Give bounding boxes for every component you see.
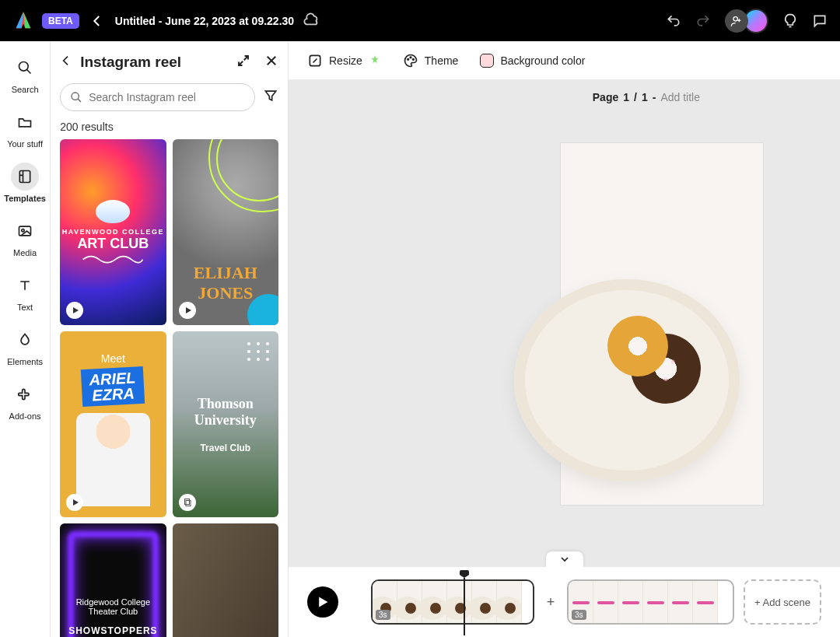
svg-point-13 bbox=[408, 58, 409, 60]
nav-label: Add-ons bbox=[9, 411, 41, 421]
template-card[interactable] bbox=[173, 523, 278, 637]
text-icon bbox=[17, 278, 33, 293]
add-title-input[interactable]: Add title bbox=[660, 91, 700, 103]
nav-label: Media bbox=[13, 248, 37, 257]
back-button[interactable] bbox=[90, 14, 104, 28]
scene-duration: 3s bbox=[572, 610, 586, 620]
template-text: EZRA bbox=[89, 385, 137, 403]
nav-label: Search bbox=[12, 85, 39, 94]
panel-title: Instagram reel bbox=[80, 54, 229, 71]
template-text: University bbox=[194, 412, 257, 429]
template-text: Thomson bbox=[198, 396, 254, 412]
template-card[interactable]: Thomson University Travel Club bbox=[173, 331, 278, 517]
template-card[interactable]: ELIJAH JONES bbox=[173, 139, 278, 325]
canvas-area: Resize Theme Background color Page 1 / 1… bbox=[289, 41, 840, 637]
svg-point-14 bbox=[410, 57, 411, 58]
panel-back-button[interactable] bbox=[60, 54, 72, 70]
svg-rect-4 bbox=[19, 226, 31, 236]
svg-point-5 bbox=[22, 229, 24, 232]
nav-label: Text bbox=[17, 303, 33, 312]
results-count: 200 results bbox=[60, 121, 278, 133]
panel-expand-button[interactable] bbox=[236, 54, 250, 71]
nav-label: Templates bbox=[4, 194, 46, 203]
tool-label: Resize bbox=[329, 54, 362, 67]
media-icon bbox=[17, 223, 33, 239]
canvas-stage[interactable]: Page 1 / 1 - Add title bbox=[289, 80, 840, 567]
search-icon bbox=[17, 60, 33, 75]
svg-point-15 bbox=[412, 58, 414, 60]
search-icon bbox=[70, 91, 82, 103]
nav-templates[interactable]: Templates bbox=[2, 163, 48, 203]
nav-media[interactable]: Media bbox=[2, 217, 48, 257]
page-prefix: Page bbox=[593, 91, 618, 103]
timeline-scene[interactable]: 3s bbox=[371, 579, 534, 625]
resize-button[interactable]: Resize bbox=[307, 53, 381, 68]
template-text: SHOWSTOPPERS bbox=[68, 625, 157, 636]
nav-elements[interactable]: Elements bbox=[2, 326, 48, 366]
svg-point-8 bbox=[72, 93, 79, 100]
svg-line-9 bbox=[78, 99, 81, 102]
nav-addons[interactable]: Add-ons bbox=[2, 380, 48, 421]
add-between-button[interactable]: + bbox=[544, 594, 558, 611]
template-text: HAVENWOOD COLLEGE bbox=[62, 228, 164, 236]
redo-button[interactable] bbox=[695, 13, 711, 29]
play-icon bbox=[317, 596, 329, 608]
elements-icon bbox=[17, 332, 33, 348]
play-icon bbox=[66, 302, 83, 319]
nav-your-stuff[interactable]: Your stuff bbox=[2, 108, 48, 149]
undo-button[interactable] bbox=[666, 13, 681, 29]
beta-badge: BETA bbox=[42, 13, 79, 29]
svg-rect-11 bbox=[186, 501, 191, 506]
add-scene-button[interactable]: + Add scene bbox=[744, 579, 821, 625]
page-total: 1 bbox=[642, 91, 648, 103]
template-text: Theater Club bbox=[89, 607, 138, 616]
templates-panel: Instagram reel 200 results HAVENWOOD COL… bbox=[51, 41, 289, 637]
timeline-scene[interactable]: 3s bbox=[567, 579, 734, 625]
template-card[interactable]: HAVENWOOD COLLEGE ART CLUB bbox=[60, 139, 166, 325]
premium-icon bbox=[369, 54, 381, 67]
svg-line-2 bbox=[27, 70, 31, 74]
template-search[interactable] bbox=[60, 83, 255, 111]
share-users[interactable] bbox=[725, 9, 768, 33]
play-button[interactable] bbox=[307, 586, 338, 618]
timeline-collapse-button[interactable] bbox=[546, 551, 583, 567]
nav-text[interactable]: Text bbox=[2, 271, 48, 312]
template-text: ART CLUB bbox=[77, 236, 149, 252]
cloud-sync-icon[interactable] bbox=[303, 11, 320, 31]
comment-icon[interactable] bbox=[812, 13, 828, 29]
template-text: JONES bbox=[198, 283, 253, 303]
app-logo-icon bbox=[12, 10, 34, 32]
template-text: Ridgewood College bbox=[76, 597, 150, 607]
invite-user-icon[interactable] bbox=[725, 9, 748, 33]
template-text: Meet bbox=[101, 352, 125, 365]
search-input[interactable] bbox=[89, 91, 245, 103]
nav-label: Your stuff bbox=[7, 139, 43, 149]
add-scene-label: + Add scene bbox=[754, 597, 810, 608]
templates-grid[interactable]: HAVENWOOD COLLEGE ART CLUB ELIJAH JONES … bbox=[60, 139, 278, 637]
document-title[interactable]: Untitled - June 22, 2023 at 09.22.30 bbox=[115, 15, 294, 27]
panel-close-button[interactable] bbox=[264, 52, 278, 72]
canvas-toolbar: Resize Theme Background color bbox=[289, 41, 840, 80]
filter-button[interactable] bbox=[263, 88, 278, 107]
top-header: BETA Untitled - June 22, 2023 at 09.22.3… bbox=[0, 0, 840, 41]
play-icon bbox=[66, 494, 83, 511]
svg-point-1 bbox=[19, 62, 29, 72]
tool-label: Background color bbox=[500, 54, 585, 67]
theme-button[interactable]: Theme bbox=[403, 53, 459, 68]
page-label: Page 1 / 1 - Add title bbox=[593, 91, 700, 103]
canvas-image-plate bbox=[514, 279, 740, 481]
template-card[interactable]: Ridgewood College Theater Club SHOWSTOPP… bbox=[60, 523, 166, 637]
template-card[interactable]: Meet ARIEL EZRA bbox=[60, 331, 166, 517]
templates-icon bbox=[17, 169, 33, 184]
timeline: 3s + 3s + Add scene bbox=[289, 567, 840, 637]
nav-search[interactable]: Search bbox=[2, 54, 48, 94]
palette-icon bbox=[403, 53, 418, 68]
template-text: ELIJAH bbox=[194, 263, 257, 283]
canvas-page[interactable] bbox=[561, 143, 763, 505]
background-color-button[interactable]: Background color bbox=[480, 54, 585, 68]
svg-rect-3 bbox=[19, 171, 30, 183]
help-icon[interactable] bbox=[782, 13, 798, 29]
left-nav: Search Your stuff Templates Media Text E… bbox=[0, 41, 51, 637]
multi-page-icon bbox=[179, 494, 196, 511]
play-icon bbox=[179, 302, 196, 319]
